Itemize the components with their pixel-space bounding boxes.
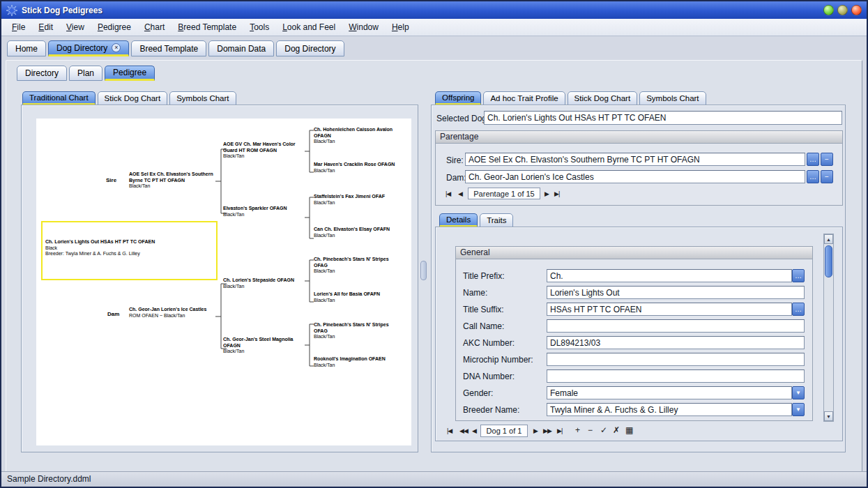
window-button-green[interactable] xyxy=(823,5,834,15)
menu-item-view[interactable]: View xyxy=(60,20,91,34)
selected-dog-field[interactable] xyxy=(484,111,842,125)
sire-ellipsis-button[interactable]: … xyxy=(807,153,819,166)
pedigree-entry-dam[interactable]: Ch. Geor-Jan Lorien's Ice Castles ROM OF… xyxy=(129,307,218,319)
sire-field[interactable] xyxy=(465,153,805,166)
record-commit-button[interactable]: ✓ xyxy=(600,425,607,435)
menu-item-pedigree[interactable]: Pedigree xyxy=(91,20,137,34)
tab-stick-dog-chart-right[interactable]: Stick Dog Chart xyxy=(568,91,638,105)
record-cancel-button[interactable]: ✗ xyxy=(613,425,620,435)
dog-name: Staffelstein's Fax Jimeni OFAF xyxy=(314,194,396,200)
tab-domain-data[interactable]: Domain Data xyxy=(208,40,274,56)
akc-number-field[interactable] xyxy=(547,336,805,349)
tab-pedigree[interactable]: Pedigree xyxy=(105,66,155,81)
record-next-button[interactable]: ▶ xyxy=(533,427,538,434)
tab-symbols-chart[interactable]: Symbols Chart xyxy=(169,91,236,105)
title-suffix-ellipsis-button[interactable]: … xyxy=(792,303,805,316)
menu-item-file[interactable]: File xyxy=(6,20,31,34)
close-tab-icon[interactable]: × xyxy=(112,43,121,52)
pedigree-entry-great-grandparent[interactable]: Ch. Pinebeach's Stars N' Stripes OFAG Bl… xyxy=(314,322,396,340)
selected-dog-box[interactable]: Ch. Lorien's Lights Out HSAs HT PT TC OF… xyxy=(41,221,218,280)
pedigree-entry-sire[interactable]: AOE Sel Ex Ch. Elvaston's Southern Byrne… xyxy=(129,171,218,190)
menu-item-chart[interactable]: Chart xyxy=(138,20,171,34)
menu-item-edit[interactable]: Edit xyxy=(32,20,59,34)
record-grid-button[interactable]: ▦ xyxy=(625,425,633,435)
dog-color: Black/Tan xyxy=(314,298,396,304)
pedigree-entry-great-grandparent[interactable]: Ch. Hohenleichen Caisson Avalon OFAGN Bl… xyxy=(314,127,396,145)
record-delete-button[interactable]: − xyxy=(588,425,593,435)
title-bar[interactable]: Stick Dog Pedigrees xyxy=(1,1,867,19)
parentage-prev-button[interactable]: ◀ xyxy=(458,190,462,197)
tab-dog-directory-2[interactable]: Dog Directory xyxy=(276,40,344,56)
record-first-button[interactable]: |◀ xyxy=(447,427,452,434)
tab-label: Details xyxy=(446,215,471,224)
title-suffix-field[interactable] xyxy=(547,303,792,316)
tab-stick-dog-chart[interactable]: Stick Dog Chart xyxy=(98,91,168,105)
record-forward-button[interactable]: ▶▶ xyxy=(543,427,551,434)
tab-label: Symbols Chart xyxy=(176,94,229,102)
dam-ellipsis-button[interactable]: … xyxy=(807,170,819,183)
breeder-dropdown-button[interactable]: ▼ xyxy=(792,403,805,416)
scroll-up-button[interactable]: ▲ xyxy=(824,234,833,244)
pedigree-entry-grandparent[interactable]: AOE GV Ch. Mar Haven's Color Guard HT RO… xyxy=(223,142,305,160)
tab-plan[interactable]: Plan xyxy=(69,66,102,81)
menu-item-help[interactable]: Help xyxy=(386,20,416,34)
menu-item-look-and-feel[interactable]: Look and Feel xyxy=(276,20,342,34)
status-bar: Sample Directory.ddml xyxy=(1,471,867,487)
microchip-number-label: Microchip Number: xyxy=(463,355,533,365)
pedigree-entry-great-grandparent[interactable]: Ch. Pinebeach's Stars N' Stripes OFAG Bl… xyxy=(314,257,396,275)
gender-field[interactable] xyxy=(547,386,792,399)
pedigree-chart-canvas: Sire AOE Sel Ex Ch. Elvaston's Southern … xyxy=(36,119,411,445)
dam-label: Dam: xyxy=(446,173,466,183)
microchip-number-field[interactable] xyxy=(547,353,805,366)
tab-breed-template[interactable]: Breed Template xyxy=(131,40,206,56)
gender-label: Gender: xyxy=(463,388,493,398)
window-button-red[interactable] xyxy=(851,5,862,15)
breeder-name-field[interactable] xyxy=(547,403,792,416)
sire-remove-button[interactable]: − xyxy=(821,153,833,166)
details-scrollbar[interactable]: ▲ ▼ xyxy=(823,234,834,422)
name-label: Name: xyxy=(463,288,487,298)
parentage-last-button[interactable]: ▶| xyxy=(554,190,559,197)
tab-directory[interactable]: Directory xyxy=(17,66,67,81)
pedigree-entry-great-grandparent[interactable]: Can Ch. Elvaston's Elsay OFAFN Black/Tan xyxy=(314,227,396,238)
record-prev-button[interactable]: ◀ xyxy=(472,427,476,434)
parentage-next-button[interactable]: ▶ xyxy=(545,190,549,197)
pedigree-entry-grandparent[interactable]: Ch. Lorien's Stepaside OFAGN Black/Tan xyxy=(223,277,305,289)
title-prefix-ellipsis-button[interactable]: … xyxy=(792,269,805,282)
tab-traits[interactable]: Traits xyxy=(480,213,513,227)
menu-item-tools[interactable]: Tools xyxy=(243,20,275,34)
scroll-down-button[interactable]: ▼ xyxy=(824,411,833,421)
call-name-field[interactable] xyxy=(547,319,805,333)
pedigree-entry-great-grandparent[interactable]: Rooknoll's Imagination OFAEN Black/Tan xyxy=(314,356,396,368)
tab-dog-directory[interactable]: Dog Directory× xyxy=(48,40,129,56)
record-rewind-button[interactable]: ◀◀ xyxy=(459,427,468,434)
pedigree-entry-grandparent[interactable]: Ch. Geor-Jan's Steel Magnolia OFAGN Blac… xyxy=(223,337,305,355)
tab-traditional-chart[interactable]: Traditional Chart xyxy=(22,91,96,105)
pedigree-entry-great-grandparent[interactable]: Mar Haven's Cracklin Rose OFAGN Black/Ta… xyxy=(314,162,396,174)
title-prefix-field[interactable] xyxy=(547,269,792,282)
tab-ad-hoc-trait-profile[interactable]: Ad hoc Trait Profile xyxy=(483,91,565,105)
gender-dropdown-button[interactable]: ▼ xyxy=(792,386,805,399)
dna-number-field[interactable] xyxy=(547,369,805,383)
pedigree-entry-grandparent[interactable]: Elvaston's Sparkler OFAGN Black/Tan xyxy=(223,206,305,218)
tab-offspring[interactable]: Offspring xyxy=(435,91,481,105)
dam-remove-button[interactable]: − xyxy=(821,170,833,183)
tab-symbols-chart-right[interactable]: Symbols Chart xyxy=(639,91,706,105)
tab-details[interactable]: Details xyxy=(439,213,478,227)
pedigree-entry-great-grandparent[interactable]: Lorien's All for Basia OFAFN Black/Tan xyxy=(314,291,396,303)
menu-item-window[interactable]: Window xyxy=(342,20,385,34)
record-add-button[interactable]: + xyxy=(575,425,580,435)
name-field[interactable] xyxy=(547,286,805,299)
pedigree-entry-great-grandparent[interactable]: Staffelstein's Fax Jimeni OFAF Black/Tan xyxy=(314,194,396,206)
scroll-thumb[interactable] xyxy=(825,245,832,277)
record-last-button[interactable]: ▶| xyxy=(557,427,562,434)
menu-item-breed-template[interactable]: Breed Template xyxy=(172,20,243,34)
tab-home[interactable]: Home xyxy=(7,40,46,56)
parentage-first-button[interactable]: |◀ xyxy=(446,190,450,197)
dog-name: Ch. Lorien's Lights Out HSAs HT PT TC OF… xyxy=(45,239,214,245)
dog-color: ROM OFAEN ~ Black/Tan xyxy=(129,313,218,319)
pane-splitter[interactable] xyxy=(420,261,427,280)
window-button-yellow[interactable] xyxy=(837,5,848,15)
dam-field[interactable] xyxy=(465,170,805,183)
tab-label: Stick Dog Chart xyxy=(574,94,631,102)
